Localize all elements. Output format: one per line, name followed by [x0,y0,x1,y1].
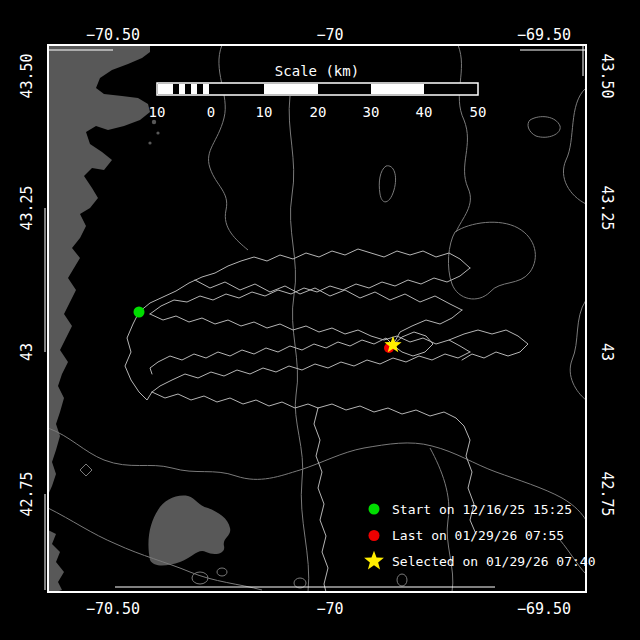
legend-start-label: Start on 12/16/25 15:25 [392,502,572,517]
land-islet [152,120,156,124]
lat-label: 43 [598,343,616,361]
land-islet [156,131,159,134]
lat-label: 43.50 [598,53,616,98]
lon-label: −69.50 [517,600,571,618]
scale-tick-label: 0 [207,104,215,120]
lat-label: 42.75 [598,471,616,516]
lon-label: −70 [316,26,343,44]
legend: Start on 12/16/25 15:25 Last on 01/29/26… [364,502,595,570]
scale-tick-label: 30 [363,104,380,120]
scale-tick-label: 20 [310,104,327,120]
legend-last-marker-icon [369,530,380,541]
scale-bar-title: Scale (km) [275,63,359,79]
lon-label: −70.50 [86,600,140,618]
scale-tick-label: 10 [149,104,166,120]
legend-start-marker-icon [369,504,380,515]
scale-tick-label: 10 [256,104,273,120]
track-map-window: Scale (km) 10 0 10 20 30 40 50 [0,0,640,640]
lon-label: −70 [316,600,343,618]
legend-selected-label: Selected on 01/29/26 07:40 [392,554,596,569]
land-islet [148,141,151,144]
start-position-marker[interactable] [134,307,145,318]
lon-label: −69.50 [517,26,571,44]
lat-label: 43.50 [18,53,36,98]
scale-tick-label: 40 [416,104,433,120]
lat-label: 43.25 [598,185,616,230]
lat-label: 42.75 [18,471,36,516]
legend-last-label: Last on 01/29/26 07:55 [392,528,564,543]
scale-tick-label: 50 [470,104,487,120]
lat-label: 43 [18,343,36,361]
lon-label: −70.50 [86,26,140,44]
lat-label: 43.25 [18,185,36,230]
